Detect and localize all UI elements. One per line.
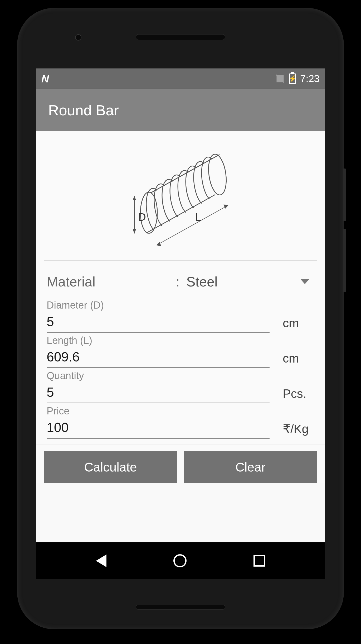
app-bar: Round Bar xyxy=(36,89,325,131)
diameter-unit: cm xyxy=(283,316,314,333)
price-field-group: Price ₹/Kg xyxy=(36,403,325,439)
status-time: 7:23 xyxy=(300,73,320,85)
device-frame: N ⚡ 7:23 Round Bar xyxy=(0,0,361,644)
phone-body: N ⚡ 7:23 Round Bar xyxy=(17,8,344,629)
phone-camera xyxy=(75,34,81,41)
button-row: Calculate Clear xyxy=(36,444,325,483)
phone-bottom-speaker xyxy=(136,605,225,610)
price-input[interactable] xyxy=(47,418,270,439)
quantity-field-group: Quantity Pcs. xyxy=(36,368,325,403)
diameter-field-group: Diameter (D) cm xyxy=(36,298,325,333)
back-icon[interactable] xyxy=(96,554,106,567)
material-row: Material : Steel xyxy=(36,261,325,298)
status-bar: N ⚡ 7:23 xyxy=(36,68,325,89)
quantity-input[interactable] xyxy=(47,383,270,403)
navigation-bar xyxy=(36,542,325,579)
shape-diagram: D L xyxy=(36,131,325,260)
quantity-label: Quantity xyxy=(47,370,314,382)
material-select[interactable]: Steel xyxy=(186,274,314,290)
home-icon[interactable] xyxy=(173,554,187,567)
quantity-unit: Pcs. xyxy=(283,387,314,403)
recent-apps-icon[interactable] xyxy=(253,555,265,567)
svg-marker-9 xyxy=(224,205,228,208)
content-area: D L Material : Steel Diameter (D) xyxy=(36,131,325,483)
price-label: Price xyxy=(47,405,314,417)
diameter-label: Diameter (D) xyxy=(47,300,314,311)
diameter-input[interactable] xyxy=(47,312,270,333)
diagram-label-d: D xyxy=(138,211,146,223)
svg-marker-8 xyxy=(157,242,161,246)
length-input[interactable] xyxy=(47,347,270,368)
phone-speaker xyxy=(136,34,225,40)
svg-marker-6 xyxy=(133,229,136,233)
svg-line-2 xyxy=(151,155,219,193)
svg-line-7 xyxy=(158,206,227,244)
material-colon: : xyxy=(176,274,186,290)
screen: N ⚡ 7:23 Round Bar xyxy=(36,68,325,579)
calculate-button[interactable]: Calculate xyxy=(44,451,177,483)
no-sim-icon xyxy=(275,74,285,83)
battery-charging-icon: ⚡ xyxy=(289,73,296,84)
material-label: Material xyxy=(47,274,176,290)
length-unit: cm xyxy=(283,351,314,368)
length-label: Length (L) xyxy=(47,335,314,346)
chevron-down-icon xyxy=(301,279,309,284)
diagram-label-l: L xyxy=(195,211,201,223)
phone-side-button xyxy=(343,169,346,221)
svg-marker-5 xyxy=(133,196,136,200)
svg-point-1 xyxy=(206,153,228,196)
notification-icon: N xyxy=(41,73,48,85)
page-title: Round Bar xyxy=(48,102,119,119)
length-field-group: Length (L) cm xyxy=(36,333,325,368)
phone-side-button-2 xyxy=(343,229,346,292)
material-value: Steel xyxy=(186,274,218,290)
price-unit: ₹/Kg xyxy=(283,422,314,439)
clear-button[interactable]: Clear xyxy=(184,451,317,483)
